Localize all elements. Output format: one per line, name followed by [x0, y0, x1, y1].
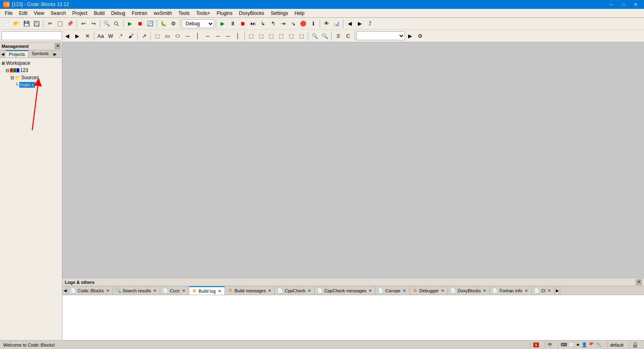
menu-build[interactable]: Build — [91, 9, 108, 17]
menu-doxyblocks[interactable]: DoxyBlocks — [236, 9, 268, 17]
tb-debug-run[interactable]: ▶ — [218, 19, 227, 29]
tab-cl[interactable]: 📄 Cl ✕ — [532, 286, 555, 295]
tb2-c[interactable]: C — [343, 31, 353, 41]
tab-buildlog-close[interactable]: ✕ — [217, 289, 222, 294]
tree-item-workspace[interactable]: 🖥 Workspace — [1, 60, 61, 67]
tb2-arrow-r[interactable]: ↗ — [139, 31, 149, 41]
tb2-line6[interactable]: │ — [233, 31, 243, 41]
menu-help[interactable]: Help — [291, 9, 308, 17]
tb2-s[interactable]: S — [333, 31, 343, 41]
menu-tools[interactable]: Tools — [175, 9, 193, 17]
tb-debug-pause[interactable]: ⏸ — [228, 19, 237, 29]
tb-paste[interactable]: 📌 — [65, 19, 75, 29]
tb2-shape6[interactable]: ⬚ — [297, 31, 306, 41]
tb2-combo-cfg[interactable]: ⚙ — [415, 31, 425, 41]
tb-debug-break[interactable]: 🔴 — [298, 19, 308, 29]
tb-settings[interactable]: ⚙ — [169, 19, 178, 29]
menu-plugins[interactable]: Plugins — [213, 9, 235, 17]
tb2-shape1[interactable]: ⬚ — [246, 31, 256, 41]
menu-settings[interactable]: Settings — [267, 9, 291, 17]
tb-saveall[interactable] — [32, 19, 41, 29]
tab-debugger-close[interactable]: ✕ — [440, 288, 445, 293]
tb-debug[interactable]: 🐛 — [159, 19, 168, 29]
tab-doxyblocks[interactable]: 📄 DoxyBlocks ✕ — [448, 286, 490, 295]
tab-symbols[interactable]: Symbols — [29, 50, 52, 57]
tab-doxyblocks-close[interactable]: ✕ — [482, 288, 487, 293]
tab-buildmsg-close[interactable]: ✕ — [267, 288, 272, 293]
tb2-line4[interactable]: ─ — [213, 31, 223, 41]
tb2-match-case[interactable]: Aa — [96, 31, 105, 41]
editor-area[interactable] — [62, 42, 644, 278]
tb-undo[interactable]: ↩ — [78, 19, 88, 29]
menu-project[interactable]: Project — [69, 9, 91, 17]
tree-item-mainc[interactable]: └ main.c — [1, 81, 61, 88]
tb2-line1[interactable]: ─ — [183, 31, 192, 41]
tb2-regex[interactable]: .* — [116, 31, 126, 41]
tab-cppchkmsg-close[interactable]: ✕ — [368, 288, 373, 293]
search-input[interactable] — [2, 31, 62, 40]
tb-debug-stepi[interactable]: ↘ — [288, 19, 298, 29]
tb2-select[interactable]: ⬚ — [153, 31, 162, 41]
tab-fortran-close[interactable]: ✕ — [524, 288, 529, 293]
tb-jump[interactable]: ⤴ — [365, 19, 375, 29]
tb-copy[interactable]: 📋 — [55, 19, 65, 29]
tb2-zoom-out[interactable]: 🔍 — [320, 31, 330, 41]
tab-build-messages[interactable]: ⚙ Build messages ✕ — [225, 286, 275, 295]
menu-view[interactable]: View — [31, 9, 47, 17]
tb-callstack[interactable]: 📊 — [332, 19, 341, 29]
tab-cccc[interactable]: 📄 Cccc ✕ — [160, 286, 189, 295]
tb-find[interactable]: 🔍 — [102, 19, 111, 29]
tb-debug-info[interactable]: ℹ — [308, 19, 318, 29]
tb-debug-step[interactable]: ↳ — [258, 19, 268, 29]
tb2-shape3[interactable]: ⬚ — [266, 31, 276, 41]
tab-codeblocks-close[interactable]: ✕ — [105, 288, 110, 293]
tb2-highlight[interactable]: 🖌 — [126, 31, 136, 41]
tab-codeblocks[interactable]: 📄 Code::Blocks ✕ — [68, 286, 113, 295]
bottom-tab-arrow-left[interactable]: ◀ — [62, 286, 68, 295]
tb2-whole-word[interactable]: W — [106, 31, 116, 41]
tb-run[interactable]: ▶ — [125, 19, 135, 29]
tb-debug-nexti[interactable]: ⇥ — [278, 19, 288, 29]
panel-close-btn[interactable]: ✕ — [55, 43, 60, 49]
tb2-rect[interactable]: ▭ — [163, 31, 172, 41]
bottom-tab-arrow-right[interactable]: ▶ — [555, 286, 560, 295]
tb2-line3[interactable]: ─ — [203, 31, 213, 41]
tb-debug-next[interactable]: ⏭ — [248, 19, 258, 29]
tab-cccc-close[interactable]: ✕ — [182, 288, 186, 293]
tb-replace[interactable] — [112, 19, 122, 29]
panel-tab-arrow-right[interactable]: ▶ — [52, 50, 58, 57]
menu-debug[interactable]: Debug — [108, 9, 128, 17]
tab-fortran-info[interactable]: 📄 Fortran info ✕ — [490, 286, 531, 295]
tab-cppcheck[interactable]: 📄 CppCheck ✕ — [275, 286, 314, 295]
tab-search-close[interactable]: ✕ — [153, 288, 157, 293]
panel-tab-arrow-left[interactable]: ◀ — [0, 50, 6, 57]
search-prev-btn[interactable]: ◀ — [62, 31, 72, 41]
tab-cppcheck-msg[interactable]: 📄 CppCheck messages ✕ — [315, 286, 376, 295]
tb2-line5[interactable]: ─ — [223, 31, 233, 41]
tb2-combo-go[interactable]: ▶ — [405, 31, 415, 41]
menu-edit[interactable]: Edit — [16, 9, 31, 17]
tab-debugger[interactable]: ⚙ Debugger ✕ — [410, 286, 448, 295]
tb2-shape4[interactable]: ⬚ — [277, 31, 286, 41]
menu-wxsmith[interactable]: wxSmith — [151, 9, 175, 17]
tb-back[interactable]: ◀ — [345, 19, 355, 29]
tree-item-project[interactable]: ⊟ 123 — [1, 67, 61, 74]
tb-rebuild[interactable]: 🔄 — [145, 19, 155, 29]
tb2-shape5[interactable]: ⬚ — [287, 31, 296, 41]
tb-open[interactable]: 📂 — [12, 19, 21, 29]
toolbar-combo[interactable] — [357, 31, 405, 40]
tab-cscope-close[interactable]: ✕ — [402, 288, 407, 293]
menu-toolsplus[interactable]: Tools+ — [193, 9, 213, 17]
search-next-btn[interactable]: ▶ — [72, 31, 82, 41]
tab-build-log[interactable]: ⚙ Build log ✕ — [189, 286, 225, 295]
close-button[interactable]: ✕ — [630, 1, 641, 8]
tb-stop[interactable]: ⏹ — [135, 19, 145, 29]
search-clear-btn[interactable]: ✕ — [83, 31, 92, 41]
build-config-select[interactable]: Debug Release — [182, 19, 214, 28]
tab-cl-close[interactable]: ✕ — [547, 288, 552, 293]
tb-watch[interactable]: 👁 — [322, 19, 331, 29]
tab-cppcheck-close[interactable]: ✕ — [307, 288, 312, 293]
tb-debug-stop[interactable]: ⏹ — [238, 19, 248, 29]
tb-fwd[interactable]: ▶ — [355, 19, 365, 29]
minimize-button[interactable]: ─ — [606, 1, 617, 8]
